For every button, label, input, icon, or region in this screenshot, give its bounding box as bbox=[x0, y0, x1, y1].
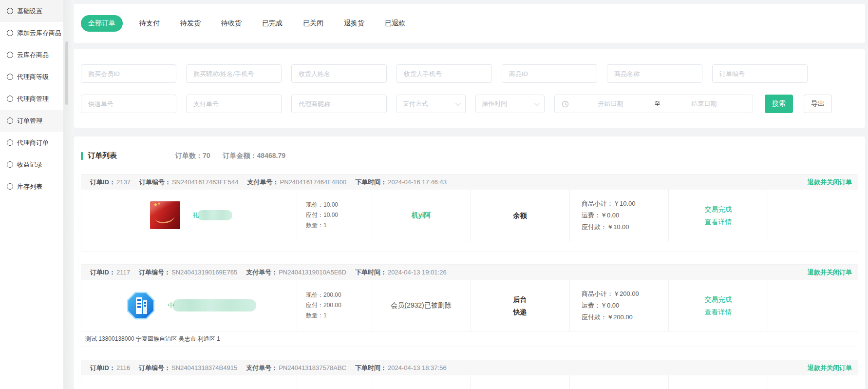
status-cell: 交易完成 查看详情 bbox=[669, 190, 768, 241]
tracking-number-input[interactable] bbox=[81, 95, 176, 113]
order-body: 礼 现价：10.00 应付：10.00 数量：1 机yi阿 余额 bbox=[81, 190, 858, 241]
tab-pending-payment[interactable]: 待支付 bbox=[139, 19, 160, 28]
order-number: 订单编号：SN24041617463EE544 bbox=[139, 178, 239, 187]
sidebar-item-label: 云库存商品 bbox=[17, 51, 49, 59]
buyer-nickname: 机yi阿 bbox=[412, 211, 431, 220]
sidebar-item-label: 添加云库存商品 bbox=[17, 29, 61, 38]
product-name: 中 bbox=[168, 299, 256, 311]
redacted-text-blob bbox=[172, 299, 256, 311]
tab-pending-shipment[interactable]: 待发货 bbox=[180, 19, 201, 28]
buyer-cell bbox=[372, 375, 471, 389]
order-amount: 订单金额：48468.79 bbox=[223, 152, 285, 160]
sidebar-item-agent-management[interactable]: 代理商管理 bbox=[0, 88, 63, 110]
product-cell: 中 bbox=[81, 280, 297, 331]
empty-cell bbox=[768, 280, 858, 331]
order-status: 交易完成 bbox=[705, 203, 732, 215]
empty-cell bbox=[768, 375, 858, 389]
order-id: 订单ID：2116 bbox=[90, 364, 130, 372]
view-details-link[interactable]: 查看详情 bbox=[705, 308, 732, 316]
order-status-tabs: 全部订单 待支付 待发货 待收货 已完成 已关闭 退换货 已退款 bbox=[74, 4, 865, 43]
order-header: 订单ID：2137 订单编号：SN24041617463EE544 支付单号：P… bbox=[81, 175, 858, 190]
date-range-picker[interactable]: 开始日期 至 结束日期 bbox=[554, 95, 753, 113]
view-details-link[interactable]: 查看详情 bbox=[705, 218, 732, 226]
date-range-separator: 至 bbox=[652, 99, 662, 108]
order-body: 中 现价：200.00 应付：200.00 数量：1 会员(2932)已被删除 … bbox=[81, 280, 858, 331]
status-cell bbox=[669, 375, 768, 389]
pay-method-cell bbox=[471, 375, 570, 389]
order-time: 下单时间：2024-04-13 19:01:26 bbox=[355, 268, 447, 277]
chevron-down-icon bbox=[534, 100, 540, 106]
tab-returns-exchanges[interactable]: 退换货 bbox=[344, 19, 364, 28]
sidebar-item-agent-orders[interactable]: 代理商订单 bbox=[0, 132, 63, 154]
consignee-name-input[interactable] bbox=[291, 64, 387, 83]
tab-completed[interactable]: 已完成 bbox=[262, 19, 283, 28]
order-list-card: 订单列表 订单数：70 订单金额：48468.79 订单ID：2137 订单编号… bbox=[74, 136, 865, 389]
sidebar-item-earnings-records[interactable]: 收益记录 bbox=[0, 154, 63, 175]
export-button[interactable]: 导出 bbox=[804, 95, 832, 113]
order-number: 订单编号：SN240413190169E765 bbox=[139, 268, 237, 277]
tab-closed[interactable]: 已关闭 bbox=[303, 19, 323, 28]
price-cell bbox=[297, 375, 372, 389]
sidebar-item-add-cloud-stock-product[interactable]: 添加云库存商品 bbox=[0, 22, 63, 44]
product-name-input[interactable] bbox=[607, 64, 702, 83]
buyer-cell: 机yi阿 bbox=[372, 190, 471, 241]
product-name: 礼 bbox=[193, 210, 232, 220]
order-id: 订单ID：2137 bbox=[90, 178, 131, 187]
product-image bbox=[150, 201, 180, 229]
sidebar-item-agent-levels[interactable]: 代理商等级 bbox=[0, 66, 63, 88]
refund-close-order-link[interactable]: 退款并关闭订单 bbox=[808, 268, 852, 277]
agent-nickname-input[interactable] bbox=[291, 95, 387, 113]
payment-method-select[interactable]: 支付方式 bbox=[396, 95, 466, 113]
tab-refunded[interactable]: 已退款 bbox=[385, 19, 405, 28]
circle-icon bbox=[7, 30, 13, 36]
circle-icon bbox=[7, 96, 13, 102]
order-block: 订单ID：2117 订单编号：SN240413190169E765 支付单号：P… bbox=[81, 264, 858, 347]
sidebar-item-label: 基础设置 bbox=[17, 7, 42, 16]
amount-cell bbox=[570, 375, 669, 389]
buyer-nickname-input[interactable] bbox=[186, 64, 282, 83]
sidebar-item-label: 代理商等级 bbox=[17, 73, 49, 81]
sidebar-item-order-management[interactable]: 订单管理 bbox=[0, 110, 63, 132]
search-button[interactable]: 搜索 bbox=[765, 95, 793, 113]
tab-pending-receipt[interactable]: 待收货 bbox=[221, 19, 242, 28]
redacted-text-blob bbox=[197, 210, 232, 220]
payment-number: 支付单号：PN2404131837578ABC bbox=[246, 364, 346, 372]
order-management-page: 基础设置 添加云库存商品 云库存商品 代理商等级 代理商管理 订单管理 代理商订… bbox=[0, 0, 868, 389]
filter-row-2: 支付方式 操作时间 开始日期 至 结束日期 搜索 导出 bbox=[81, 95, 858, 113]
product-id-input[interactable] bbox=[502, 64, 597, 83]
circle-icon bbox=[7, 8, 13, 14]
sidebar-item-label: 代理商管理 bbox=[17, 95, 49, 103]
circle-icon bbox=[7, 52, 13, 58]
sidebar-item-basic-settings[interactable]: 基础设置 bbox=[0, 0, 63, 22]
sidebar-item-label: 订单管理 bbox=[17, 117, 42, 125]
order-number-input[interactable] bbox=[712, 64, 808, 83]
sidebar-item-stock-list[interactable]: 库存列表 bbox=[0, 175, 63, 197]
operation-time-select[interactable]: 操作时间 bbox=[475, 95, 545, 113]
filter-row-1 bbox=[81, 64, 858, 83]
payment-number-input[interactable] bbox=[186, 95, 282, 113]
circle-icon bbox=[7, 161, 13, 168]
product-cell: 礼 bbox=[81, 190, 297, 241]
buyer-cell: 会员(2932)已被删除 bbox=[372, 280, 471, 331]
blue-building-icon bbox=[126, 291, 155, 320]
order-time: 下单时间：2024-04-13 18:37:56 bbox=[355, 364, 447, 372]
product-cell bbox=[81, 375, 297, 389]
sidebar-scrollbar-thumb[interactable] bbox=[65, 41, 68, 105]
buyer-member-id-input[interactable] bbox=[81, 64, 176, 83]
clock-icon bbox=[562, 100, 569, 108]
order-footer bbox=[81, 241, 858, 251]
buyer-nickname: 会员(2932)已被删除 bbox=[391, 301, 451, 310]
order-block: 订单ID：2137 订单编号：SN24041617463EE544 支付单号：P… bbox=[81, 174, 858, 252]
refund-close-order-link[interactable]: 退款并关闭订单 bbox=[808, 364, 852, 372]
order-time: 下单时间：2024-04-16 17:46:43 bbox=[355, 178, 447, 187]
chevron-down-icon bbox=[455, 100, 461, 106]
tab-all-orders[interactable]: 全部订单 bbox=[81, 15, 123, 32]
order-id: 订单ID：2117 bbox=[90, 268, 130, 277]
order-body bbox=[81, 375, 858, 389]
sidebar-item-cloud-stock-products[interactable]: 云库存商品 bbox=[0, 44, 63, 66]
refund-close-order-link[interactable]: 退款并关闭订单 bbox=[808, 178, 852, 187]
consignee-phone-input[interactable] bbox=[396, 64, 492, 83]
sidebar-item-label: 代理商订单 bbox=[17, 138, 49, 147]
shipping-address: 测试 13800138000 宁夏回族自治区 吴忠市 利通区 1 bbox=[81, 331, 224, 347]
pay-method-cell: 后台 快递 bbox=[471, 280, 570, 331]
